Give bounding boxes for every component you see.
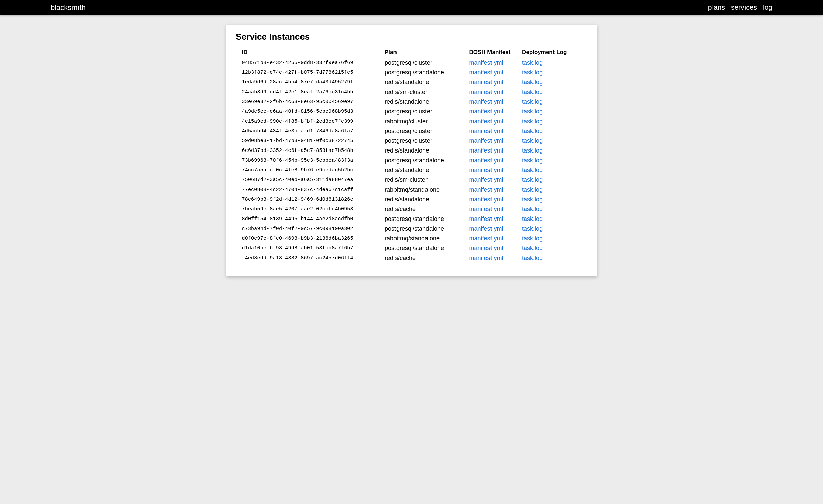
instance-plan: rabbitmq/standalone: [383, 234, 468, 243]
manifest-link[interactable]: manifest.yml: [469, 147, 503, 154]
manifest-link[interactable]: manifest.yml: [469, 215, 503, 222]
instance-id: 33e69e32-2f6b-4c63-8e63-95c004569e97: [236, 97, 383, 107]
page-title: Service Instances: [236, 32, 588, 42]
log-cell: task.log: [520, 185, 587, 195]
manifest-link[interactable]: manifest.yml: [469, 69, 503, 76]
task-log-link[interactable]: task.log: [522, 167, 543, 173]
manifest-link[interactable]: manifest.yml: [469, 176, 503, 183]
instance-id: 59d08be3-17bd-47b3-9481-0f0c38722745: [236, 136, 383, 146]
nav-link-log[interactable]: log: [763, 3, 772, 12]
instance-plan: redis/standalone: [383, 77, 468, 87]
manifest-cell: manifest.yml: [468, 58, 521, 68]
task-log-link[interactable]: task.log: [522, 157, 543, 164]
instance-plan: postgresql/cluster: [383, 58, 468, 68]
instance-plan: redis/standalone: [383, 97, 468, 107]
instance-id: 1eda9d6d-28ac-4bb4-87e7-da43d495279f: [236, 77, 383, 87]
task-log-link[interactable]: task.log: [522, 137, 543, 144]
instance-id: 77ec0808-4c22-4704-837c-4dea67c1caff: [236, 185, 383, 195]
table-row: 750687d2-3a5c-40eb-a6a5-311da88047earedi…: [236, 175, 588, 185]
manifest-cell: manifest.yml: [468, 97, 521, 107]
manifest-link[interactable]: manifest.yml: [469, 108, 503, 115]
manifest-link[interactable]: manifest.yml: [469, 196, 503, 203]
task-log-link[interactable]: task.log: [522, 255, 543, 261]
table-row: 8d0ff154-8139-4496-b144-4ae2d8acdfb0post…: [236, 214, 588, 224]
manifest-link[interactable]: manifest.yml: [469, 235, 503, 242]
table-row: 74cc7a5a-cf0c-4fe8-9b76-e9cedac5b2bcredi…: [236, 165, 588, 175]
brand-title: blacksmith: [51, 3, 86, 12]
table-row: 78c649b3-9f2d-4d12-9469-6d0d6131826eredi…: [236, 195, 588, 204]
manifest-link[interactable]: manifest.yml: [469, 186, 503, 193]
log-cell: task.log: [520, 253, 587, 263]
manifest-link[interactable]: manifest.yml: [469, 118, 503, 125]
manifest-cell: manifest.yml: [468, 116, 521, 126]
log-cell: task.log: [520, 214, 587, 224]
instance-id: d0f0c97c-8fe0-4698-b9b3-2136d6ba3265: [236, 234, 383, 243]
task-log-link[interactable]: task.log: [522, 108, 543, 115]
manifest-link[interactable]: manifest.yml: [469, 225, 503, 232]
task-log-link[interactable]: task.log: [522, 176, 543, 183]
instance-plan: redis/cache: [383, 204, 468, 214]
table-row: 77ec0808-4c22-4704-837c-4dea67c1caffrabb…: [236, 185, 588, 195]
nav-link-services[interactable]: services: [731, 3, 757, 12]
instance-id: 73b69963-70f6-454b-95c3-5ebbea483f3a: [236, 156, 383, 165]
manifest-link[interactable]: manifest.yml: [469, 206, 503, 212]
instance-plan: redis/sm-cluster: [383, 87, 468, 97]
manifest-link[interactable]: manifest.yml: [469, 98, 503, 105]
table-row: 048571b8-e432-4255-9dd8-332f9ea76f69post…: [236, 58, 588, 68]
col-header-id: ID: [236, 47, 383, 58]
instance-plan: rabbitmq/cluster: [383, 116, 468, 126]
task-log-link[interactable]: task.log: [522, 79, 543, 86]
task-log-link[interactable]: task.log: [522, 245, 543, 251]
manifest-link[interactable]: manifest.yml: [469, 89, 503, 95]
task-log-link[interactable]: task.log: [522, 59, 543, 66]
task-log-link[interactable]: task.log: [522, 98, 543, 105]
log-cell: task.log: [520, 243, 587, 253]
manifest-link[interactable]: manifest.yml: [469, 157, 503, 164]
table-row: 1eda9d6d-28ac-4bb4-87e7-da43d495279fredi…: [236, 77, 588, 87]
manifest-cell: manifest.yml: [468, 204, 521, 214]
service-instances-table: ID Plan BOSH Manifest Deployment Log 048…: [236, 47, 588, 263]
manifest-cell: manifest.yml: [468, 243, 521, 253]
instance-plan: redis/standalone: [383, 195, 468, 204]
instance-plan: postgresql/standalone: [383, 243, 468, 253]
table-row: 4d5acbd4-434f-4e3b-afd1-7846da8a6fa7post…: [236, 126, 588, 136]
manifest-cell: manifest.yml: [468, 234, 521, 243]
task-log-link[interactable]: task.log: [522, 118, 543, 125]
nav-link-plans[interactable]: plans: [708, 3, 725, 12]
log-cell: task.log: [520, 204, 587, 214]
instance-id: 048571b8-e432-4255-9dd8-332f9ea76f69: [236, 58, 383, 68]
instance-plan: rabbitmq/standalone: [383, 185, 468, 195]
main-panel: Service Instances ID Plan BOSH Manifest …: [226, 25, 597, 276]
task-log-link[interactable]: task.log: [522, 215, 543, 222]
task-log-link[interactable]: task.log: [522, 128, 543, 134]
manifest-link[interactable]: manifest.yml: [469, 79, 503, 86]
task-log-link[interactable]: task.log: [522, 186, 543, 193]
task-log-link[interactable]: task.log: [522, 69, 543, 76]
task-log-link[interactable]: task.log: [522, 206, 543, 212]
table-row: d1da10be-bf93-49d8-ab01-53fcb8a7f6b7post…: [236, 243, 588, 253]
log-cell: task.log: [520, 224, 587, 234]
table-row: 12b3f872-c74c-427f-b075-7d7786215fc5post…: [236, 68, 588, 77]
manifest-link[interactable]: manifest.yml: [469, 128, 503, 134]
task-log-link[interactable]: task.log: [522, 89, 543, 95]
instance-id: 6c6d37bd-3352-4c6f-a5e7-853fac7b548b: [236, 146, 383, 156]
instance-plan: redis/sm-cluster: [383, 175, 468, 185]
task-log-link[interactable]: task.log: [522, 235, 543, 242]
instance-id: 78c649b3-9f2d-4d12-9469-6d0d6131826e: [236, 195, 383, 204]
manifest-link[interactable]: manifest.yml: [469, 245, 503, 251]
task-log-link[interactable]: task.log: [522, 196, 543, 203]
manifest-link[interactable]: manifest.yml: [469, 137, 503, 144]
topbar: blacksmith plans services log: [0, 0, 823, 15]
log-cell: task.log: [520, 107, 587, 116]
log-cell: task.log: [520, 234, 587, 243]
manifest-link[interactable]: manifest.yml: [469, 255, 503, 261]
manifest-link[interactable]: manifest.yml: [469, 59, 503, 66]
table-row: 6c6d37bd-3352-4c6f-a5e7-853fac7b548bredi…: [236, 146, 588, 156]
table-row: 33e69e32-2f6b-4c63-8e63-95c004569e97redi…: [236, 97, 588, 107]
task-log-link[interactable]: task.log: [522, 147, 543, 154]
log-cell: task.log: [520, 116, 587, 126]
task-log-link[interactable]: task.log: [522, 225, 543, 232]
log-cell: task.log: [520, 97, 587, 107]
manifest-link[interactable]: manifest.yml: [469, 167, 503, 173]
instance-plan: redis/standalone: [383, 165, 468, 175]
